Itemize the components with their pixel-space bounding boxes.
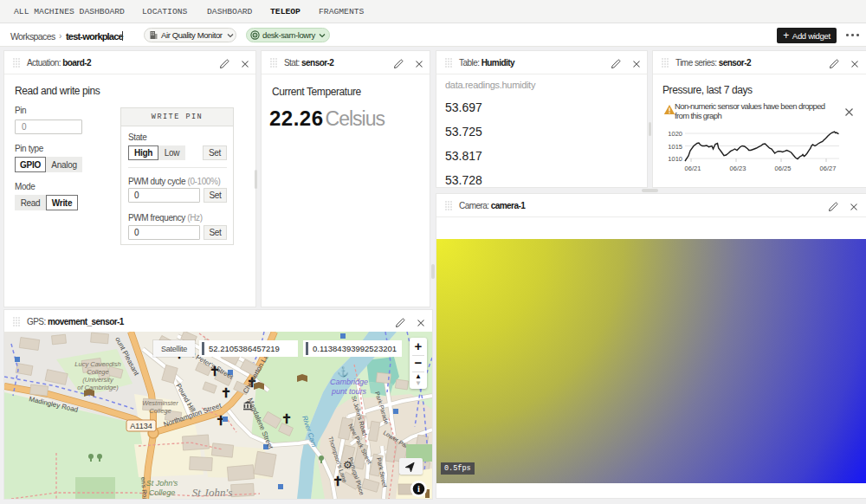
svg-text:St John's: St John's <box>192 486 232 499</box>
svg-text:06/25: 06/25 <box>775 165 792 172</box>
svg-text:Lucy Cavendish: Lucy Cavendish <box>74 360 120 368</box>
svg-text:Westminster: Westminster <box>142 399 178 407</box>
svg-text:1010: 1010 <box>668 155 682 163</box>
svg-text:A1134: A1134 <box>130 422 152 430</box>
svg-text:(University: (University <box>82 376 114 384</box>
svg-text:⚓: ⚓ <box>337 365 349 378</box>
svg-text:1020: 1020 <box>668 130 682 138</box>
svg-text:06/27: 06/27 <box>820 165 837 172</box>
svg-text:✝: ✝ <box>281 411 293 426</box>
svg-text:St John's: St John's <box>146 479 178 488</box>
svg-text:✝: ✝ <box>221 385 232 400</box>
svg-text:punt tours: punt tours <box>331 387 367 396</box>
svg-text:06/21: 06/21 <box>685 165 701 172</box>
svg-text:of Cambridge): of Cambridge) <box>77 384 119 391</box>
svg-text:i: i <box>417 484 420 494</box>
svg-text:Cambridge: Cambridge <box>330 378 368 386</box>
svg-text:06/23: 06/23 <box>730 165 746 172</box>
svg-text:1015: 1015 <box>668 143 682 151</box>
svg-text:College: College <box>149 488 176 497</box>
svg-text:College: College <box>87 368 108 376</box>
svg-text:College: College <box>149 407 171 415</box>
